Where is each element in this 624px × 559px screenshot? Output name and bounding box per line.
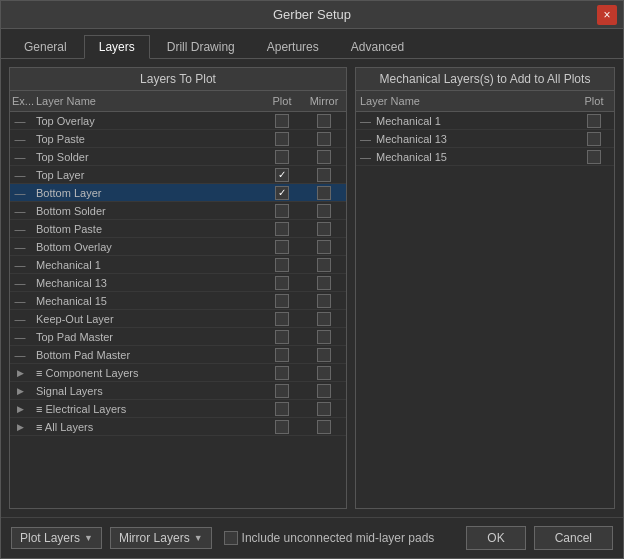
table-row[interactable]: — Bottom Layer [10,184,346,202]
plot-checkbox[interactable] [275,132,289,146]
row-plot-checkbox[interactable] [262,312,302,326]
row-mirror-checkbox[interactable] [302,168,346,182]
row-plot-checkbox[interactable] [574,150,614,164]
row-mirror-checkbox[interactable] [302,240,346,254]
mirror-checkbox[interactable] [317,132,331,146]
row-mirror-checkbox[interactable] [302,348,346,362]
row-plot-checkbox[interactable] [262,258,302,272]
table-row[interactable]: — Top Layer [10,166,346,184]
plot-checkbox[interactable] [275,186,289,200]
tab-general[interactable]: General [9,35,82,58]
plot-checkbox[interactable] [587,132,601,146]
plot-checkbox[interactable] [275,330,289,344]
table-row[interactable]: — Mechanical 15 [10,292,346,310]
table-row[interactable]: — Bottom Solder [10,202,346,220]
row-plot-checkbox[interactable] [262,366,302,380]
mirror-checkbox[interactable] [317,240,331,254]
table-row[interactable]: — Mechanical 1 [10,256,346,274]
plot-checkbox[interactable] [275,240,289,254]
mirror-checkbox[interactable] [317,348,331,362]
include-pads-checkbox[interactable] [224,531,238,545]
mirror-checkbox[interactable] [317,276,331,290]
table-row[interactable]: — Bottom Overlay [10,238,346,256]
row-plot-checkbox[interactable] [262,114,302,128]
row-mirror-checkbox[interactable] [302,420,346,434]
plot-checkbox[interactable] [275,150,289,164]
row-plot-checkbox[interactable] [262,186,302,200]
row-mirror-checkbox[interactable] [302,276,346,290]
table-row[interactable]: — Top Overlay [10,112,346,130]
plot-checkbox[interactable] [275,402,289,416]
plot-checkbox[interactable] [275,366,289,380]
mirror-checkbox[interactable] [317,312,331,326]
row-mirror-checkbox[interactable] [302,384,346,398]
plot-checkbox[interactable] [275,222,289,236]
row-mirror-checkbox[interactable] [302,402,346,416]
plot-checkbox[interactable] [587,150,601,164]
plot-checkbox[interactable] [275,384,289,398]
table-row[interactable]: — Mechanical 15 [356,148,614,166]
tab-advanced[interactable]: Advanced [336,35,419,58]
row-plot-checkbox[interactable] [574,132,614,146]
row-mirror-checkbox[interactable] [302,204,346,218]
plot-layers-button[interactable]: Plot Layers ▼ [11,527,102,549]
row-mirror-checkbox[interactable] [302,114,346,128]
row-mirror-checkbox[interactable] [302,312,346,326]
plot-checkbox[interactable] [275,312,289,326]
row-plot-checkbox[interactable] [262,348,302,362]
table-row[interactable]: ▶ ≡ Component Layers [10,364,346,382]
row-plot-checkbox[interactable] [262,330,302,344]
mirror-checkbox[interactable] [317,402,331,416]
row-plot-checkbox[interactable] [262,222,302,236]
tab-apertures[interactable]: Apertures [252,35,334,58]
mirror-checkbox[interactable] [317,168,331,182]
row-mirror-checkbox[interactable] [302,132,346,146]
row-plot-checkbox[interactable] [262,132,302,146]
row-mirror-checkbox[interactable] [302,258,346,272]
close-button[interactable]: × [597,5,617,25]
plot-checkbox[interactable] [275,258,289,272]
table-row[interactable]: — Mechanical 1 [356,112,614,130]
mirror-checkbox[interactable] [317,330,331,344]
mirror-layers-button[interactable]: Mirror Layers ▼ [110,527,212,549]
mirror-checkbox[interactable] [317,366,331,380]
plot-checkbox[interactable] [275,294,289,308]
row-mirror-checkbox[interactable] [302,330,346,344]
row-plot-checkbox[interactable] [262,168,302,182]
row-plot-checkbox[interactable] [262,294,302,308]
plot-checkbox[interactable] [275,420,289,434]
row-plot-checkbox[interactable] [262,402,302,416]
cancel-button[interactable]: Cancel [534,526,613,550]
table-row[interactable]: — Top Solder [10,148,346,166]
row-mirror-checkbox[interactable] [302,294,346,308]
table-row[interactable]: — Keep-Out Layer [10,310,346,328]
plot-checkbox[interactable] [275,168,289,182]
table-row[interactable]: ▶ Signal Layers [10,382,346,400]
row-mirror-checkbox[interactable] [302,366,346,380]
table-row[interactable]: — Mechanical 13 [356,130,614,148]
mirror-checkbox[interactable] [317,114,331,128]
plot-checkbox[interactable] [587,114,601,128]
table-row[interactable]: — Top Pad Master [10,328,346,346]
mirror-checkbox[interactable] [317,420,331,434]
table-row[interactable]: — Bottom Paste [10,220,346,238]
mirror-checkbox[interactable] [317,150,331,164]
row-mirror-checkbox[interactable] [302,150,346,164]
mirror-checkbox[interactable] [317,258,331,272]
row-plot-checkbox[interactable] [262,384,302,398]
tab-layers[interactable]: Layers [84,35,150,59]
mirror-checkbox[interactable] [317,222,331,236]
row-mirror-checkbox[interactable] [302,186,346,200]
row-plot-checkbox[interactable] [262,276,302,290]
plot-checkbox[interactable] [275,114,289,128]
row-plot-checkbox[interactable] [574,114,614,128]
table-row[interactable]: — Top Paste [10,130,346,148]
row-plot-checkbox[interactable] [262,204,302,218]
ok-button[interactable]: OK [466,526,525,550]
tab-drill-drawing[interactable]: Drill Drawing [152,35,250,58]
mirror-checkbox[interactable] [317,384,331,398]
mirror-checkbox[interactable] [317,204,331,218]
plot-checkbox[interactable] [275,348,289,362]
table-row[interactable]: — Bottom Pad Master [10,346,346,364]
row-plot-checkbox[interactable] [262,420,302,434]
